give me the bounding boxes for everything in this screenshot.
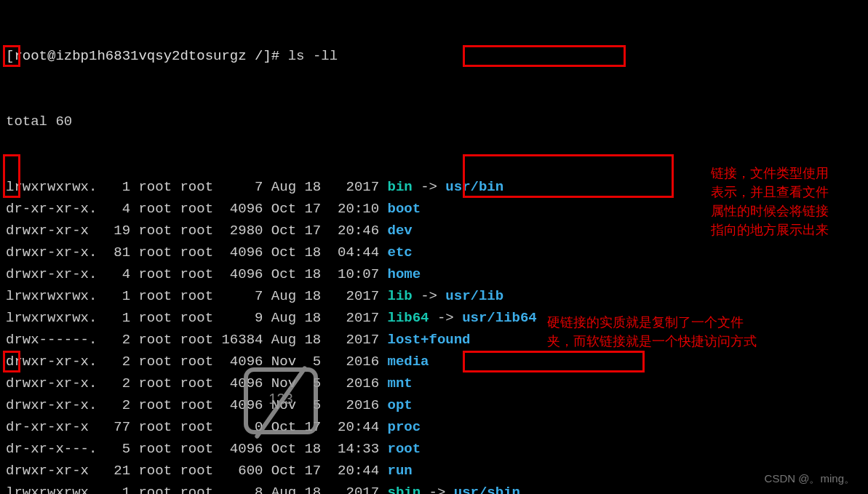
command-text: ls -ll: [288, 48, 338, 64]
list-item: drwxr-xr-x. 81 root root 4096 Oct 18 04:…: [6, 242, 862, 263]
link-target: usr/lib64: [462, 310, 537, 326]
list-item: lrwxrwxrwx. 1 root root 8 Aug 18 2017 sb…: [6, 482, 862, 494]
list-item: drwxr-xr-x. 4 root root 4096 Oct 18 10:0…: [6, 263, 862, 285]
link-target: usr/sbin: [454, 485, 520, 494]
list-item: dr-xr-x---. 5 root root 4096 Oct 18 14:3…: [6, 438, 862, 460]
list-item: drwxr-xr-x. 2 root root 4096 Nov 5 2016 …: [6, 351, 862, 373]
filename: mnt: [388, 375, 413, 391]
terminal-output: [root@izbp1h6831vqsy2dtosurgz /]# ls -ll…: [0, 0, 868, 494]
filename: proc: [388, 419, 421, 435]
arrow-icon: ->: [421, 179, 437, 195]
list-item: dr-xr-xr-x 77 root root 0 Oct 17 20:44 p…: [6, 416, 862, 438]
link-target: usr/lib: [445, 288, 503, 304]
list-item: lrwxrwxrwx. 1 root root 7 Aug 18 2017 li…: [6, 285, 862, 307]
filename: sbin: [388, 485, 421, 494]
arrow-icon: ->: [429, 485, 446, 494]
list-item: drwxr-xr-x. 2 root root 4096 Nov 5 2016 …: [6, 373, 862, 394]
csdn-watermark: CSDN @。ming。: [765, 468, 855, 490]
filename: home: [388, 266, 421, 282]
filename: lib: [388, 288, 413, 304]
filename: opt: [388, 397, 413, 413]
link-target: usr/bin: [445, 179, 503, 195]
filename: etc: [388, 244, 413, 260]
arrow-icon: ->: [421, 288, 437, 304]
filename: media: [388, 354, 429, 370]
arrow-icon: ->: [437, 310, 454, 326]
filename: lost+found: [388, 332, 471, 348]
list-item: drwxr-xr-x. 2 root root 4096 Nov 5 2016 …: [6, 394, 862, 416]
total-line: total 60: [6, 111, 862, 132]
filename: boot: [388, 201, 421, 217]
filename: root: [388, 441, 421, 457]
prompt-line[interactable]: [root@izbp1h6831vqsy2dtosurgz /]# ls -ll: [6, 45, 862, 67]
filename: run: [388, 463, 413, 479]
filename: dev: [388, 223, 413, 239]
filename: lib64: [388, 310, 429, 326]
annotation-hardlink-desc: 硬链接的实质就是复制了一个文件 夹，而软链接就是一个快捷访问方式: [547, 313, 757, 351]
shell-prompt: [root@izbp1h6831vqsy2dtosurgz /]#: [6, 48, 288, 64]
filename: bin: [388, 179, 413, 195]
annotation-link-desc: 链接，文件类型使用 表示，并且查看文件 属性的时候会将链接 指向的地方展示出来: [711, 164, 829, 239]
list-item: drwxr-xr-x 21 root root 600 Oct 17 20:44…: [6, 460, 862, 482]
